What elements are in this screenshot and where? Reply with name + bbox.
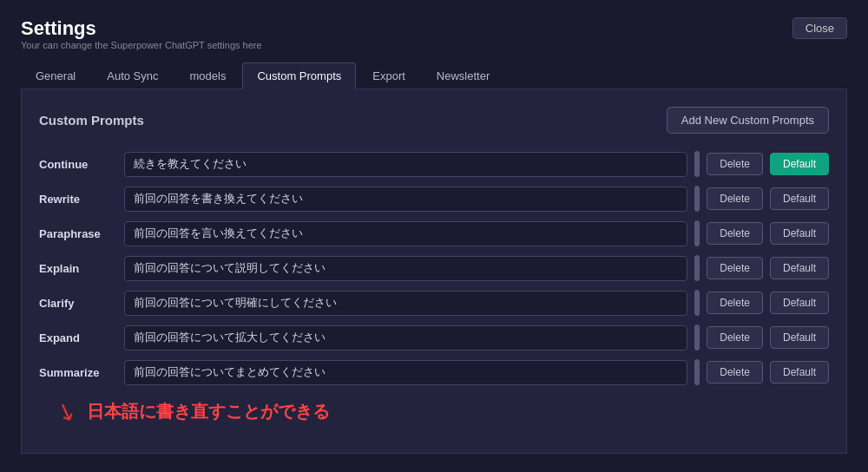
scroll-indicator-continue bbox=[694, 151, 700, 177]
prompt-row-rewrite: RewriteDeleteDefault bbox=[39, 186, 829, 212]
prompt-label-paraphrase: Paraphrase bbox=[39, 227, 117, 240]
prompt-label-summarize: Summarize bbox=[39, 366, 117, 379]
prompt-input-explain[interactable] bbox=[124, 256, 687, 281]
prompt-input-summarize[interactable] bbox=[124, 360, 687, 385]
default-button-rewrite[interactable]: Default bbox=[770, 187, 829, 210]
annotation-text: 日本語に書き直すことができる bbox=[87, 400, 330, 423]
app-wrapper: Settings Your can change the Superpower … bbox=[0, 0, 868, 472]
prompt-input-expand[interactable] bbox=[124, 325, 687, 351]
prompt-input-clarify[interactable] bbox=[124, 291, 687, 316]
default-button-continue[interactable]: Default bbox=[770, 153, 829, 175]
scroll-indicator-clarify bbox=[694, 290, 700, 316]
scroll-indicator-expand bbox=[694, 324, 700, 351]
default-button-summarize[interactable]: Default bbox=[770, 361, 829, 384]
section-title: Custom Prompts bbox=[39, 113, 144, 128]
arrow-icon: ↘ bbox=[52, 395, 81, 429]
scroll-indicator-explain bbox=[694, 255, 700, 281]
prompt-row-clarify: ClarifyDeleteDefault bbox=[39, 290, 829, 316]
delete-button-explain[interactable]: Delete bbox=[707, 257, 763, 279]
scroll-indicator-rewrite bbox=[694, 186, 700, 212]
prompt-label-expand: Expand bbox=[39, 331, 117, 344]
delete-button-rewrite[interactable]: Delete bbox=[707, 187, 763, 210]
prompt-row-expand: ExpandDeleteDefault bbox=[39, 324, 829, 351]
section-header: Custom Prompts Add New Custom Prompts bbox=[39, 107, 829, 134]
tab-export[interactable]: Export bbox=[358, 62, 420, 88]
tab-custom-prompts[interactable]: Custom Prompts bbox=[242, 62, 356, 89]
prompt-row-paraphrase: ParaphraseDeleteDefault bbox=[39, 220, 829, 246]
app-title-group: Settings Your can change the Superpower … bbox=[21, 17, 262, 59]
prompt-row-summarize: SummarizeDeleteDefault bbox=[39, 359, 829, 385]
delete-button-summarize[interactable]: Delete bbox=[707, 361, 763, 384]
tab-auto-sync[interactable]: Auto Sync bbox=[92, 62, 173, 88]
default-button-expand[interactable]: Default bbox=[770, 326, 829, 349]
tab-general[interactable]: General bbox=[21, 62, 90, 88]
delete-button-expand[interactable]: Delete bbox=[707, 326, 763, 349]
default-button-paraphrase[interactable]: Default bbox=[770, 222, 829, 245]
scroll-indicator-paraphrase bbox=[694, 220, 700, 246]
main-content: Custom Prompts Add New Custom Prompts Co… bbox=[21, 89, 847, 454]
prompt-input-continue[interactable] bbox=[124, 152, 687, 177]
tab-newsletter[interactable]: Newsletter bbox=[422, 62, 504, 88]
prompts-container: ContinueDeleteDefaultRewriteDeleteDefaul… bbox=[39, 151, 829, 385]
header-row: Settings Your can change the Superpower … bbox=[21, 17, 847, 59]
app-title: Settings bbox=[21, 17, 262, 40]
delete-button-continue[interactable]: Delete bbox=[707, 153, 763, 175]
prompt-input-paraphrase[interactable] bbox=[124, 221, 687, 246]
tabs-row: General Auto Sync models Custom Prompts … bbox=[21, 62, 847, 89]
prompt-label-explain: Explain bbox=[39, 262, 117, 275]
prompt-input-rewrite[interactable] bbox=[124, 187, 687, 212]
add-new-custom-prompts-button[interactable]: Add New Custom Prompts bbox=[667, 107, 829, 134]
default-button-clarify[interactable]: Default bbox=[770, 292, 829, 314]
annotation-area: ↘ 日本語に書き直すことができる bbox=[39, 397, 829, 426]
delete-button-clarify[interactable]: Delete bbox=[707, 292, 763, 314]
scroll-indicator-summarize bbox=[694, 359, 700, 385]
prompt-row-explain: ExplainDeleteDefault bbox=[39, 255, 829, 281]
close-button[interactable]: Close bbox=[792, 17, 847, 39]
default-button-explain[interactable]: Default bbox=[770, 257, 829, 279]
tab-models[interactable]: models bbox=[175, 62, 241, 88]
prompt-label-rewrite: Rewrite bbox=[39, 193, 117, 206]
app-subtitle: Your can change the Superpower ChatGPT s… bbox=[21, 40, 262, 50]
prompt-label-continue: Continue bbox=[39, 158, 117, 171]
delete-button-paraphrase[interactable]: Delete bbox=[707, 222, 763, 245]
prompt-row-continue: ContinueDeleteDefault bbox=[39, 151, 829, 177]
prompt-label-clarify: Clarify bbox=[39, 297, 117, 310]
